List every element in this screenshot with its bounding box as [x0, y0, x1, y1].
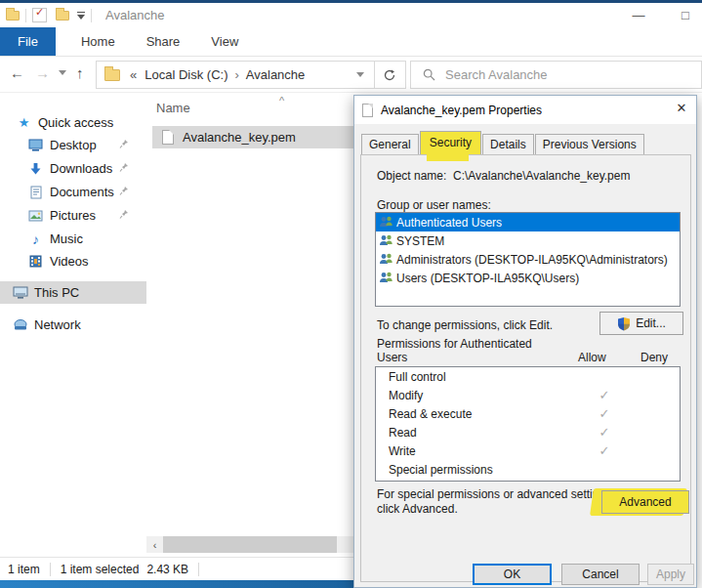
address-dropdown-icon[interactable]	[356, 72, 364, 77]
sort-ascending-icon[interactable]: ^	[279, 95, 284, 106]
taskbar-strip	[0, 580, 353, 588]
breadcrumb-chevrons[interactable]: «	[130, 67, 137, 82]
permission-row-read: Read ✓	[376, 423, 680, 441]
recent-locations-dropdown-icon[interactable]	[59, 70, 66, 75]
sidebar-item-music[interactable]: ♪ Music	[0, 228, 146, 250]
search-placeholder: Search Avalanche	[445, 67, 548, 82]
allow-checkmark: ✓	[593, 406, 616, 421]
qat-new-folder-icon[interactable]	[56, 11, 69, 21]
dialog-title: Avalanche_key.pem Properties	[381, 104, 542, 117]
scrollbar-thumb[interactable]	[163, 536, 337, 553]
ribbon-tab-file[interactable]: File	[0, 27, 56, 56]
ribbon-tab-share[interactable]: Share	[131, 27, 196, 56]
pin-icon	[119, 208, 129, 223]
title-bar: ✓ Avalanche — □	[0, 3, 702, 27]
minimize-button[interactable]: —	[622, 8, 655, 22]
tab-details[interactable]: Details	[482, 134, 534, 154]
pictures-icon	[27, 210, 44, 222]
permission-row-write: Write ✓	[376, 441, 680, 460]
videos-icon	[27, 255, 44, 268]
deny-column-header: Deny	[640, 351, 668, 364]
groups-label: Group or user names:	[377, 198, 491, 212]
sidebar-item-desktop[interactable]: Desktop	[0, 134, 146, 156]
users-icon	[379, 216, 393, 229]
object-name-label: Object name:	[377, 169, 446, 183]
ribbon-tab-home[interactable]: Home	[65, 27, 131, 56]
security-tab-panel: Object name: C:\Avalanche\Avalanche_key.…	[360, 154, 691, 582]
documents-icon	[27, 186, 44, 199]
sidebar-item-this-pc[interactable]: This PC	[0, 281, 146, 304]
breadcrumb-folder-icon	[104, 69, 120, 81]
back-button[interactable]: ←	[10, 64, 24, 81]
advanced-button[interactable]: Advanced	[601, 490, 689, 514]
dialog-tab-bar: General Security Details Previous Versio…	[361, 133, 645, 154]
qat-properties-icon[interactable]: ✓	[32, 8, 47, 22]
permission-row-modify: Modify ✓	[376, 386, 680, 404]
sidebar-item-network[interactable]: Network	[0, 314, 146, 336]
sidebar-item-quick-access[interactable]: ★ Quick access	[0, 111, 146, 134]
permission-row-full-control: Full control	[376, 367, 680, 386]
ribbon-tab-view[interactable]: View	[195, 27, 254, 56]
edit-hint: To change permissions, click Edit.	[377, 318, 553, 332]
allow-checkmark: ✓	[593, 425, 616, 440]
scroll-left-icon[interactable]: ‹	[146, 539, 163, 551]
permission-row-special-permissions: Special permissions	[376, 460, 680, 479]
apply-button: Apply	[647, 564, 694, 585]
permissions-list[interactable]: Full control Modify ✓ Read & execute ✓ R…	[375, 366, 681, 482]
pin-icon	[119, 161, 129, 176]
breadcrumb-current-folder[interactable]: Avalanche	[246, 67, 305, 82]
properties-dialog: Avalanche_key.pem Properties ✕ General S…	[353, 95, 697, 588]
cancel-button[interactable]: Cancel	[561, 564, 640, 585]
dialog-close-button[interactable]: ✕	[673, 101, 690, 118]
pin-icon	[119, 185, 129, 199]
sidebar-item-downloads[interactable]: Downloads	[0, 157, 146, 180]
qat-customize-dropdown[interactable]	[77, 12, 85, 20]
column-header-name[interactable]: Name	[156, 101, 190, 115]
status-bar: 1 item 1 item selected 2.43 KB	[0, 557, 353, 580]
refresh-button[interactable]	[374, 61, 406, 89]
edit-button[interactable]: Edit...	[599, 312, 683, 335]
dialog-title-bar: Avalanche_key.pem Properties	[354, 96, 696, 124]
group-user-list[interactable]: Authenticated Users SYSTEM Administrator…	[375, 212, 681, 307]
object-name-value: C:\Avalanche\Avalanche_key.pem	[453, 169, 630, 183]
maximize-button[interactable]: □	[669, 8, 702, 22]
users-icon	[379, 253, 393, 266]
group-row-authenticated-users[interactable]: Authenticated Users	[376, 213, 680, 231]
breadcrumb-separator: ›	[234, 67, 238, 82]
file-row[interactable]: Avalanche_key.pem	[152, 126, 353, 148]
app-folder-icon	[6, 11, 20, 21]
horizontal-scrollbar[interactable]: ‹	[146, 536, 353, 553]
sidebar-item-pictures[interactable]: Pictures	[0, 204, 146, 227]
quick-access-star-icon: ★	[16, 115, 32, 130]
music-icon: ♪	[27, 231, 44, 247]
this-pc-icon	[12, 286, 28, 300]
tab-general[interactable]: General	[361, 134, 419, 154]
users-icon	[379, 272, 393, 284]
uac-shield-icon	[617, 316, 631, 331]
breadcrumb-root[interactable]: Local Disk (C:)	[145, 67, 227, 82]
sidebar-item-videos[interactable]: Videos	[0, 250, 146, 273]
sidebar-item-documents[interactable]: Documents	[0, 181, 146, 203]
group-row-administrators[interactable]: Administrators (DESKTOP-ILA95KQ\Administ…	[376, 250, 680, 269]
ribbon-tab-bar: File Home Share View	[0, 27, 702, 57]
permission-row-read-execute: Read & execute ✓	[376, 404, 680, 423]
downloads-icon	[27, 162, 44, 176]
advanced-hint: For special permissions or advanced sett…	[377, 487, 614, 517]
tab-previous-versions[interactable]: Previous Versions	[535, 134, 644, 154]
dialog-file-icon	[362, 104, 373, 117]
allow-checkmark: ✓	[593, 388, 616, 402]
group-row-users[interactable]: Users (DESKTOP-ILA95KQ\Users)	[376, 269, 680, 287]
tab-security[interactable]: Security	[420, 131, 481, 154]
search-box[interactable]: Search Avalanche	[410, 61, 702, 89]
up-button[interactable]: ↑	[76, 64, 84, 81]
search-icon	[423, 68, 435, 81]
group-row-system[interactable]: SYSTEM	[376, 231, 680, 250]
forward-button: →	[35, 64, 50, 81]
address-bar: ← → ↑ « Local Disk (C:) › Avalanche Sear…	[0, 57, 702, 93]
window-title: Avalanche	[105, 8, 164, 22]
refresh-icon	[383, 68, 396, 82]
breadcrumb[interactable]: « Local Disk (C:) › Avalanche	[96, 61, 375, 89]
navigation-pane: ★ Quick access Desktop Downloads Documen…	[0, 93, 146, 537]
selection-size: 2.43 KB	[146, 563, 188, 576]
ok-button[interactable]: OK	[473, 564, 552, 585]
